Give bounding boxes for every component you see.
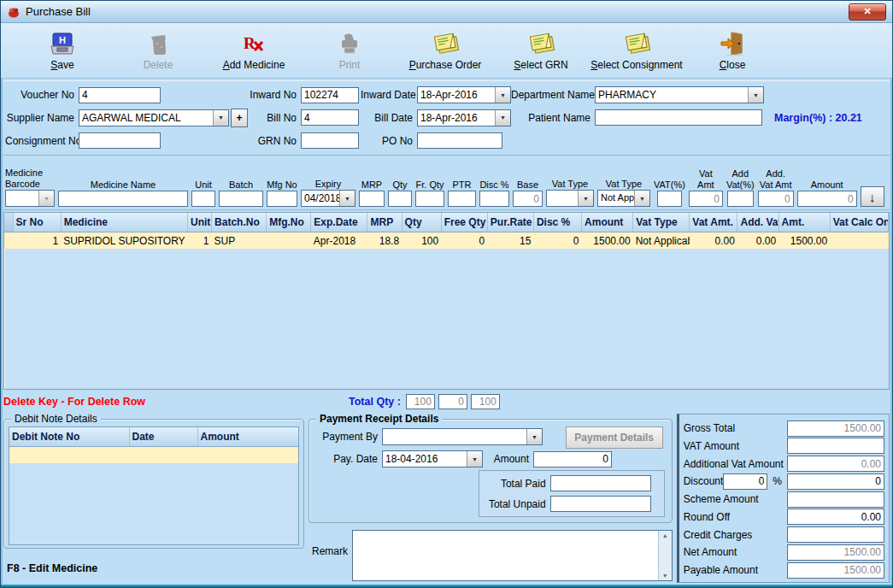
add-vat-amt-input[interactable]	[758, 191, 794, 207]
disc-input[interactable]	[479, 191, 509, 207]
voucher-no-input[interactable]	[79, 87, 161, 103]
add-medicine-button[interactable]: R Add Medicine	[206, 25, 302, 76]
mrp-input[interactable]	[359, 191, 385, 207]
remark-input[interactable]	[353, 531, 658, 580]
grid-column-header[interactable]: Vat Amt.	[690, 213, 737, 232]
supplier-select[interactable]: AGARWAL MEDICAL ▼	[79, 109, 229, 126]
grid-cell[interactable]	[4, 232, 13, 250]
grid-cell[interactable]: Not Applicab	[633, 232, 690, 250]
ptr-input[interactable]	[448, 191, 476, 207]
grid-cell[interactable]: SUP	[212, 232, 267, 250]
chevron-down-icon[interactable]: ▼	[495, 87, 510, 103]
grid-column-header[interactable]: Debit Note No	[9, 427, 129, 447]
grid-column-header[interactable]: Amt.	[778, 213, 830, 232]
scroll-down-icon[interactable]: ▼	[662, 573, 668, 579]
select-consignment-button[interactable]: Select Consignment	[589, 25, 684, 76]
expiry-select[interactable]: 04/2018 ▼	[301, 190, 355, 207]
grid-cell[interactable]	[129, 447, 197, 464]
batch-input[interactable]	[219, 191, 263, 207]
grid-column-header[interactable]: Vat Calc On	[830, 213, 888, 232]
base-input[interactable]	[513, 191, 543, 207]
grid-column-header[interactable]: Date	[129, 427, 197, 447]
chevron-down-icon[interactable]: ▼	[213, 110, 228, 126]
free-qty-input[interactable]	[415, 191, 444, 207]
select-grn-button[interactable]: Select GRN	[493, 25, 589, 76]
grid-cell[interactable]: SUPRIDOL SUPOSITORY	[61, 232, 187, 250]
chevron-down-icon[interactable]: ▼	[578, 191, 593, 206]
close-window-button[interactable]: ✕	[849, 3, 886, 21]
pay-amount-input[interactable]	[533, 451, 612, 467]
save-button[interactable]: H Save	[15, 25, 110, 76]
chevron-down-icon[interactable]: ▼	[467, 451, 482, 467]
grid-column-header[interactable]: Free Qty	[441, 213, 487, 232]
grid-cell[interactable]: 0	[441, 232, 487, 250]
unit-input[interactable]	[191, 191, 215, 207]
grid-column-header[interactable]: Qty	[402, 213, 441, 232]
grid-column-header[interactable]: Mfg.No	[267, 213, 311, 232]
table-row[interactable]: 1SUPRIDOL SUPOSITORY1SUPApr-201818.81000…	[4, 232, 889, 250]
grid-column-header[interactable]: Vat Type	[633, 213, 690, 232]
scheme-amount-input[interactable]	[787, 491, 884, 508]
bill-date-select[interactable]: 18-Apr-2016 ▼	[417, 109, 511, 126]
scrollbar[interactable]: ▲ ▼	[658, 531, 672, 580]
grid-column-header[interactable]: Batch.No	[212, 213, 267, 232]
po-no-input[interactable]	[417, 132, 502, 149]
total-qty-input[interactable]	[406, 394, 435, 409]
grid-column-header[interactable]: Medicine	[61, 213, 187, 232]
grid-cell[interactable]: 15	[487, 232, 533, 250]
credit-charges-input[interactable]	[787, 526, 884, 543]
discount-percent-input[interactable]	[723, 473, 767, 490]
chevron-down-icon[interactable]: ▼	[526, 429, 542, 444]
grid-column-header[interactable]: Unit	[187, 213, 211, 232]
qty-input[interactable]	[388, 191, 412, 207]
grid-cell[interactable]	[197, 447, 298, 464]
grid-cell[interactable]	[267, 232, 311, 250]
grid-column-header[interactable]: Amount	[197, 427, 298, 447]
patient-name-input[interactable]	[595, 109, 762, 126]
pay-date-select[interactable]: 18-04-2016 ▼	[382, 450, 483, 467]
grand-total-qty-input[interactable]	[471, 394, 500, 409]
barcode-select[interactable]: ▼	[5, 190, 55, 207]
grid-cell[interactable]: 100	[402, 232, 441, 250]
grid-column-header[interactable]	[4, 213, 13, 232]
purchase-order-button[interactable]: Purchase Order	[397, 25, 493, 76]
grid-cell[interactable]: 1	[187, 232, 211, 250]
inward-date-select[interactable]: 18-Apr-2016 ▼	[417, 86, 511, 103]
payment-by-select[interactable]: ▼	[382, 428, 543, 445]
grid-cell[interactable]: 1500.00	[778, 232, 830, 250]
bill-no-input[interactable]	[301, 109, 359, 126]
grid-cell[interactable]: 0.00	[690, 232, 737, 250]
consignment-no-input[interactable]	[79, 132, 161, 149]
add-supplier-button[interactable]: +	[231, 109, 248, 127]
grid-cell[interactable]	[9, 447, 129, 464]
inward-no-input[interactable]	[301, 87, 359, 103]
table-row[interactable]	[9, 447, 298, 464]
grid-cell[interactable]: 18.8	[367, 232, 402, 250]
grid-column-header[interactable]: Sr No	[13, 213, 61, 232]
scroll-up-icon[interactable]: ▲	[662, 532, 668, 538]
vat-pct-input[interactable]	[657, 191, 682, 207]
grid-column-header[interactable]: Amount	[582, 213, 633, 232]
grid-column-header[interactable]: MRP	[367, 213, 402, 232]
medicine-name-input[interactable]	[58, 191, 188, 207]
grid-cell[interactable]: 0	[533, 232, 581, 250]
grid-column-header[interactable]: Exp.Date	[311, 213, 367, 232]
total-unpaid-input[interactable]	[550, 496, 651, 512]
add-row-button[interactable]: ↓	[861, 186, 884, 207]
grn-no-input[interactable]	[301, 132, 359, 149]
grid-cell[interactable]: Apr-2018	[311, 232, 367, 250]
close-button[interactable]: Close	[684, 25, 780, 76]
chevron-down-icon[interactable]: ▼	[38, 191, 54, 206]
vat-amount-input[interactable]	[787, 438, 884, 454]
mfg-no-input[interactable]	[267, 191, 297, 207]
total-free-qty-input[interactable]	[438, 394, 467, 409]
grid-column-header[interactable]: Pur.Rate	[487, 213, 533, 232]
grid-cell[interactable]: 0.00	[737, 232, 778, 250]
chevron-down-icon[interactable]: ▼	[495, 110, 510, 126]
grid-cell[interactable]: 1500.00	[582, 232, 633, 250]
add-vat-pct-input[interactable]	[727, 191, 754, 207]
grid-cell[interactable]: 1	[13, 232, 61, 250]
chevron-down-icon[interactable]: ▼	[634, 191, 649, 206]
vat-type-select[interactable]: ▼	[546, 190, 594, 207]
grid-column-header[interactable]: Disc %	[533, 213, 581, 232]
